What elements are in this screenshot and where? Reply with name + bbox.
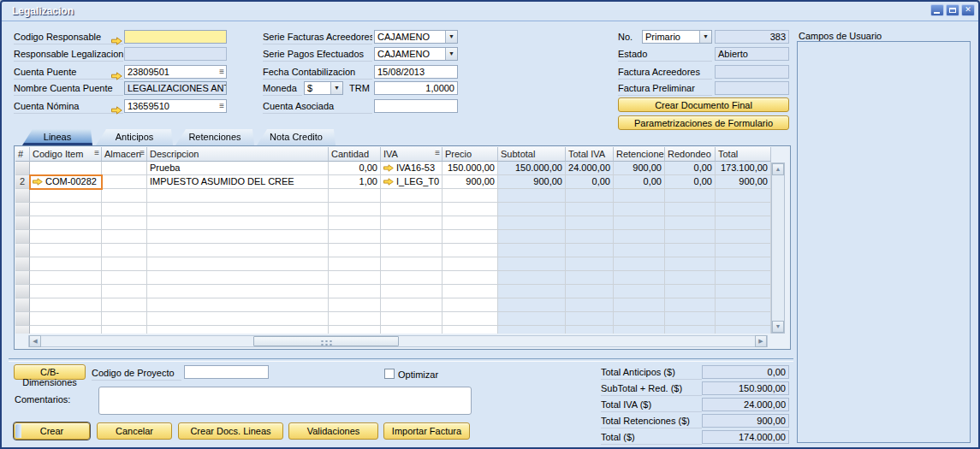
grid-empty-cell-codigo_item-row3[interactable] (30, 203, 102, 216)
grid-cell-num-row1[interactable]: 2 (15, 175, 30, 189)
grid-empty-cell-precio-row8[interactable] (442, 271, 498, 285)
field-menu-icon[interactable]: ≡ (219, 66, 224, 78)
grid-empty-cell-descripcion-row8[interactable] (147, 271, 329, 285)
grid-empty-cell-total-row11[interactable] (716, 312, 771, 326)
grid-empty-cell-total-row8[interactable] (716, 271, 771, 285)
grid-empty-cell-almacen-row3[interactable] (102, 203, 147, 216)
chevron-down-icon[interactable]: ▼ (445, 31, 457, 43)
grid-cell-cantidad-row0[interactable]: 0,00 (329, 162, 381, 175)
grid-empty-cell-num-row2[interactable] (15, 189, 30, 203)
grid-empty-cell-total-row3[interactable] (716, 203, 771, 216)
grid-empty-cell-redondeo-row9[interactable] (665, 285, 716, 298)
grid-empty-cell-total_iva-row6[interactable] (566, 244, 614, 257)
grid-empty-cell-iva-row10[interactable] (381, 298, 442, 312)
grid-cell-total_iva-row1[interactable]: 0,00 (566, 175, 614, 189)
close-button[interactable]: ✕ (961, 4, 975, 16)
grid-empty-cell-iva-row9[interactable] (381, 285, 442, 298)
tab-anticipos[interactable]: Anticipos (96, 129, 173, 145)
grid-empty-cell-retenciones-row11[interactable] (614, 312, 665, 326)
grid-col-header-cantidad[interactable]: Cantidad (329, 147, 381, 162)
grid-empty-cell-precio-row10[interactable] (442, 298, 498, 312)
grid-col-header-num[interactable]: # (15, 147, 30, 162)
grid-cell-num-row0[interactable] (15, 162, 30, 175)
no-series-dropdown[interactable]: Primario▼ (642, 30, 712, 44)
grid-empty-cell-almacen-row12[interactable] (102, 326, 147, 334)
grid-empty-cell-codigo_item-row5[interactable] (30, 230, 102, 244)
horizontal-scrollbar[interactable]: ◀ ▶ (28, 335, 768, 347)
grid-empty-cell-subtotal-row5[interactable] (498, 230, 566, 244)
field-menu-icon[interactable]: ≡ (219, 100, 224, 112)
grid-empty-cell-codigo_item-row9[interactable] (30, 285, 102, 298)
codigo-proyecto-input[interactable] (184, 365, 269, 379)
grid-empty-cell-codigo_item-row8[interactable] (30, 271, 102, 285)
tab-lineas[interactable]: Lineas (22, 129, 92, 145)
grid-empty-cell-iva-row4[interactable] (381, 216, 442, 230)
grid-empty-cell-cantidad-row12[interactable] (329, 326, 381, 334)
grid-cell-cantidad-row1[interactable]: 1,00 (329, 175, 381, 189)
link-arrow-icon[interactable] (383, 164, 394, 172)
grid-empty-cell-redondeo-row8[interactable] (665, 271, 716, 285)
grid-empty-cell-codigo_item-row7[interactable] (30, 257, 102, 271)
grid-empty-cell-iva-row5[interactable] (381, 230, 442, 244)
trm-input[interactable]: 1,0000 (374, 81, 458, 95)
grid-empty-cell-retenciones-row9[interactable] (614, 285, 665, 298)
grid-empty-cell-iva-row2[interactable] (381, 189, 442, 203)
grid-empty-cell-iva-row7[interactable] (381, 257, 442, 271)
grid-empty-cell-redondeo-row7[interactable] (665, 257, 716, 271)
grid-empty-cell-retenciones-row7[interactable] (614, 257, 665, 271)
grid-empty-cell-precio-row3[interactable] (442, 203, 498, 216)
grid-empty-cell-cantidad-row3[interactable] (329, 203, 381, 216)
grid-empty-cell-total-row4[interactable] (716, 216, 771, 230)
grid-empty-cell-total_iva-row2[interactable] (566, 189, 614, 203)
fecha-contabilizacion-input[interactable]: 15/08/2013 (374, 65, 458, 79)
chevron-down-icon[interactable]: ▼ (330, 82, 342, 94)
grid-empty-cell-cantidad-row10[interactable] (329, 298, 381, 312)
grid-empty-cell-almacen-row4[interactable] (102, 216, 147, 230)
grid-empty-cell-total_iva-row10[interactable] (566, 298, 614, 312)
grid-col-header-descripcion[interactable]: Descripcion (147, 147, 329, 162)
grid-empty-cell-total_iva-row12[interactable] (566, 326, 614, 334)
grid-empty-cell-total-row5[interactable] (716, 230, 771, 244)
grid-empty-cell-subtotal-row4[interactable] (498, 216, 566, 230)
link-arrow-icon[interactable] (33, 178, 43, 186)
grid-col-header-iva[interactable]: IVA≡ (381, 147, 442, 162)
grid-empty-cell-num-row8[interactable] (15, 271, 30, 285)
grid-empty-cell-iva-row3[interactable] (381, 203, 442, 216)
vertical-scrollbar[interactable]: ▲ ▼ (771, 162, 785, 334)
grid-empty-cell-descripcion-row11[interactable] (147, 312, 329, 326)
maximize-button[interactable] (946, 4, 959, 16)
grid-cell-almacen-row1[interactable] (102, 175, 147, 189)
grid-empty-cell-iva-row11[interactable] (381, 312, 442, 326)
cuenta-asociada-input[interactable] (374, 99, 458, 113)
grid-empty-cell-subtotal-row12[interactable] (498, 326, 566, 334)
grid-empty-cell-iva-row6[interactable] (381, 244, 442, 257)
grid-empty-cell-precio-row5[interactable] (442, 230, 498, 244)
grid-empty-cell-subtotal-row9[interactable] (498, 285, 566, 298)
scrollbar-thumb[interactable] (253, 336, 399, 346)
grid-empty-cell-total_iva-row8[interactable] (566, 271, 614, 285)
grid-empty-cell-descripcion-row3[interactable] (147, 203, 329, 216)
chevron-down-icon[interactable]: ▼ (699, 31, 711, 43)
grid-empty-cell-descripcion-row12[interactable] (147, 326, 329, 334)
grid-empty-cell-redondeo-row11[interactable] (665, 312, 716, 326)
link-arrow-icon[interactable] (383, 178, 394, 186)
grid-empty-cell-descripcion-row4[interactable] (147, 216, 329, 230)
validaciones-button[interactable]: Validaciones (288, 422, 378, 440)
grid-empty-cell-num-row11[interactable] (15, 312, 30, 326)
optimizar-checkbox[interactable] (384, 369, 395, 379)
grid-cell-codigo_item-row0[interactable] (30, 162, 102, 175)
grid-empty-cell-precio-row7[interactable] (442, 257, 498, 271)
grid-cell-subtotal-row0[interactable]: 150.000,00 (498, 162, 566, 175)
grid-empty-cell-almacen-row11[interactable] (102, 312, 147, 326)
grid-empty-cell-retenciones-row6[interactable] (614, 244, 665, 257)
grid-empty-cell-subtotal-row10[interactable] (498, 298, 566, 312)
grid-cell-redondeo-row1[interactable]: 0,00 (665, 175, 716, 189)
grid-empty-cell-codigo_item-row11[interactable] (30, 312, 102, 326)
grid-empty-cell-almacen-row10[interactable] (102, 298, 147, 312)
grid-empty-cell-redondeo-row5[interactable] (665, 230, 716, 244)
grid-empty-cell-cantidad-row8[interactable] (329, 271, 381, 285)
grid-cell-retenciones-row0[interactable]: 900,00 (614, 162, 665, 175)
grid-empty-cell-cantidad-row4[interactable] (329, 216, 381, 230)
grid-col-header-subtotal[interactable]: Subtotal (498, 147, 566, 162)
grid-col-header-precio[interactable]: Precio (442, 147, 498, 162)
